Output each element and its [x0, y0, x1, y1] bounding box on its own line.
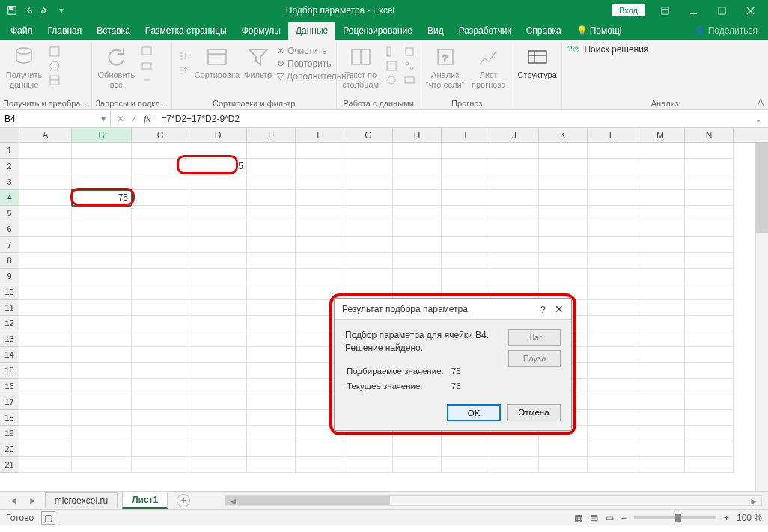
cell[interactable] [19, 190, 72, 206]
cell[interactable] [19, 316, 72, 331]
cell[interactable] [19, 457, 72, 473]
zoom-level[interactable]: 100 % [737, 513, 762, 523]
cell[interactable] [539, 159, 588, 174]
cell[interactable] [247, 143, 296, 159]
cell[interactable] [19, 206, 72, 221]
from-table-button[interactable] [46, 73, 63, 87]
row-header[interactable]: 16 [0, 379, 19, 394]
cell[interactable] [296, 457, 344, 473]
view-normal-icon[interactable]: ▦ [574, 513, 582, 523]
cell[interactable] [685, 206, 734, 221]
cell[interactable] [685, 253, 734, 269]
cell[interactable] [636, 206, 685, 221]
cell[interactable] [19, 441, 72, 457]
cell[interactable] [132, 363, 189, 379]
from-web-button[interactable] [46, 59, 63, 73]
cell[interactable] [247, 331, 296, 347]
properties-button[interactable] [138, 59, 155, 73]
cell[interactable] [72, 457, 132, 473]
cell[interactable] [490, 159, 539, 174]
cell[interactable] [344, 237, 393, 253]
cell[interactable] [247, 190, 296, 206]
row-header[interactable]: 19 [0, 426, 19, 441]
cell[interactable] [344, 221, 393, 237]
cell[interactable] [442, 174, 490, 190]
queries-button[interactable] [138, 45, 155, 58]
cell[interactable] [247, 316, 296, 331]
row-header[interactable]: 9 [0, 269, 19, 284]
column-header[interactable]: H [393, 128, 442, 142]
view-page-break-icon[interactable]: ▭ [606, 513, 614, 523]
cell[interactable] [296, 159, 344, 174]
cell[interactable] [539, 143, 588, 159]
cell[interactable] [72, 316, 132, 331]
accept-formula-icon[interactable]: ✓ [130, 114, 138, 124]
cell[interactable] [19, 174, 72, 190]
cell[interactable] [247, 221, 296, 237]
cell[interactable] [685, 347, 734, 363]
consolidate-button[interactable] [401, 45, 418, 58]
row-header[interactable]: 7 [0, 237, 19, 253]
cell[interactable] [189, 190, 247, 206]
cell[interactable] [247, 159, 296, 174]
cell[interactable] [393, 457, 442, 473]
cell[interactable] [72, 237, 132, 253]
cell[interactable] [19, 143, 72, 159]
cell[interactable] [685, 237, 734, 253]
cell[interactable] [636, 441, 685, 457]
data-model-button[interactable] [401, 73, 418, 87]
cell[interactable] [247, 379, 296, 394]
cell[interactable] [132, 441, 189, 457]
cell[interactable] [189, 253, 247, 269]
close-icon[interactable] [737, 1, 764, 19]
row-header[interactable]: 8 [0, 253, 19, 269]
cancel-button[interactable]: Отмена [507, 404, 561, 421]
cell[interactable] [247, 363, 296, 379]
cell[interactable] [490, 143, 539, 159]
cell[interactable] [132, 237, 189, 253]
cell[interactable] [685, 190, 734, 206]
column-header[interactable]: C [132, 128, 189, 142]
row-header[interactable]: 14 [0, 347, 19, 363]
column-header[interactable]: I [442, 128, 490, 142]
cell[interactable] [685, 269, 734, 284]
step-button[interactable]: Шаг [508, 329, 561, 346]
cell[interactable] [588, 159, 636, 174]
tab-help[interactable]: Справка [519, 22, 569, 40]
cell[interactable] [636, 253, 685, 269]
sheet-nav-next-icon[interactable]: ► [25, 495, 40, 506]
formula-bar[interactable]: =7*D2+17*D2-9*D2 [156, 114, 749, 124]
cell[interactable] [189, 206, 247, 221]
cell[interactable] [588, 457, 636, 473]
tab-developer[interactable]: Разработчик [451, 22, 519, 40]
solver-button[interactable]: ?⯑ Поиск решения [565, 43, 651, 55]
cell[interactable] [189, 426, 247, 441]
sheet-tab-active[interactable]: Лист1 [122, 492, 168, 509]
cell[interactable] [636, 410, 685, 426]
cell[interactable] [72, 410, 132, 426]
cell[interactable] [393, 190, 442, 206]
cell[interactable] [636, 300, 685, 316]
cell[interactable] [72, 300, 132, 316]
cell[interactable] [296, 221, 344, 237]
cell[interactable] [539, 237, 588, 253]
cell[interactable] [344, 174, 393, 190]
row-header[interactable]: 17 [0, 394, 19, 410]
cell[interactable] [132, 300, 189, 316]
cell[interactable] [132, 253, 189, 269]
cell[interactable] [296, 269, 344, 284]
cell[interactable] [490, 269, 539, 284]
expand-formula-bar-icon[interactable]: ⌄ [749, 114, 768, 124]
row-header[interactable]: 15 [0, 363, 19, 379]
cell[interactable] [636, 394, 685, 410]
cell[interactable] [72, 441, 132, 457]
collapse-ribbon-icon[interactable]: ⋀ [758, 97, 764, 106]
fx-icon[interactable]: fx [144, 113, 150, 125]
tab-page-layout[interactable]: Разметка страницы [138, 22, 234, 40]
cell[interactable] [344, 159, 393, 174]
cell[interactable] [189, 363, 247, 379]
zoom-out-icon[interactable]: − [621, 513, 627, 523]
column-header[interactable]: A [19, 128, 72, 142]
add-sheet-icon[interactable]: + [177, 494, 190, 507]
cell[interactable] [247, 394, 296, 410]
